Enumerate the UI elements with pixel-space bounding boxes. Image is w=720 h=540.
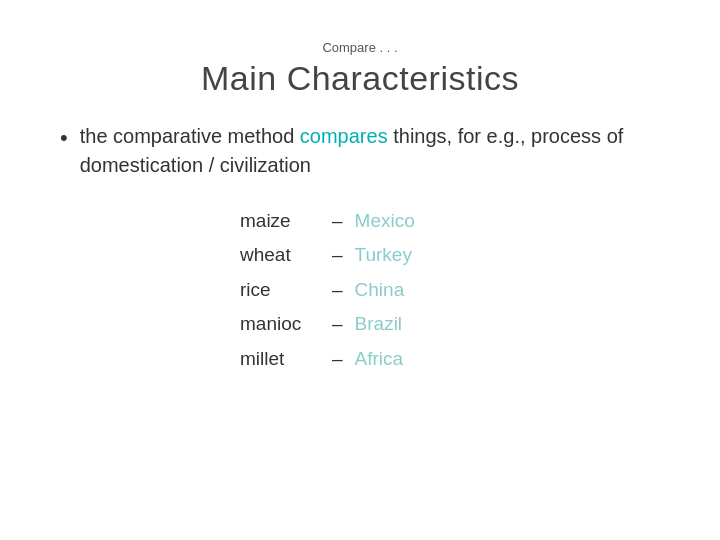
dash-symbol: – [332, 275, 343, 305]
bullet-content: the comparative method compares things, … [80, 122, 660, 180]
comparison-row: wheat–Turkey [240, 240, 415, 270]
region-name: China [355, 275, 405, 305]
crop-name: millet [240, 344, 320, 374]
comparison-row: manioc–Brazil [240, 309, 415, 339]
bullet-text: • the comparative method compares things… [60, 122, 660, 180]
crop-name: wheat [240, 240, 320, 270]
bullet-prefix: the comparative method [80, 125, 300, 147]
bullet-highlight: compares [300, 125, 388, 147]
region-name: Africa [355, 344, 404, 374]
region-name: Brazil [355, 309, 403, 339]
dash-symbol: – [332, 206, 343, 236]
compare-label: Compare . . . [60, 40, 660, 55]
region-name: Turkey [355, 240, 412, 270]
dash-symbol: – [332, 240, 343, 270]
crop-name: maize [240, 206, 320, 236]
dash-symbol: – [332, 344, 343, 374]
bullet-dot: • [60, 122, 68, 154]
dash-symbol: – [332, 309, 343, 339]
crop-name: rice [240, 275, 320, 305]
region-name: Mexico [355, 206, 415, 236]
header-area: Compare . . . Main Characteristics [60, 40, 660, 98]
slide-container: Compare . . . Main Characteristics • the… [0, 0, 720, 540]
bullet-section: • the comparative method compares things… [60, 122, 660, 180]
comparison-table: maize–Mexicowheat–Turkeyrice–Chinamanioc… [240, 206, 415, 374]
comparison-row: maize–Mexico [240, 206, 415, 236]
main-title: Main Characteristics [60, 59, 660, 98]
comparison-row: millet–Africa [240, 344, 415, 374]
comparison-row: rice–China [240, 275, 415, 305]
crop-name: manioc [240, 309, 320, 339]
